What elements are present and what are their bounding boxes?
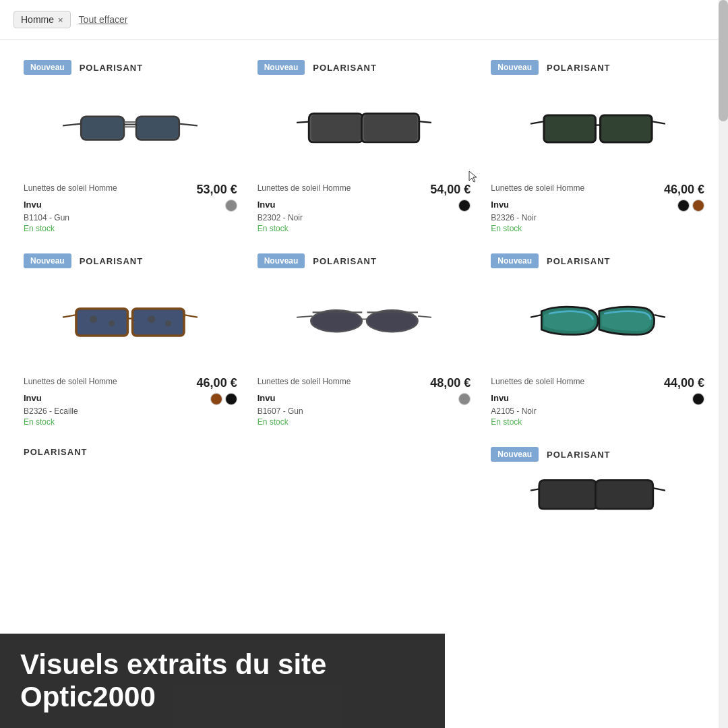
partial-card-1[interactable]: POLARISANT (13, 440, 247, 536)
product-title-4: Lunettes de soleil Homme (24, 376, 117, 388)
svg-point-37 (313, 311, 361, 331)
filter-bar: Homme × Tout effacer (0, 0, 728, 40)
svg-point-29 (165, 320, 171, 326)
card-badges-2: Nouveau POLARISANT (257, 60, 471, 75)
product-card-4[interactable]: Nouveau POLARISANT Lunettes (13, 247, 247, 440)
partial-badges-1: POLARISANT (24, 447, 237, 457)
product-stock-2: En stock (257, 224, 471, 233)
svg-rect-25 (134, 310, 183, 334)
product-image-6 (491, 275, 704, 369)
svg-rect-8 (138, 118, 178, 139)
product-title-1: Lunettes de soleil Homme (24, 183, 117, 194)
product-image-5 (257, 275, 471, 369)
svg-line-39 (530, 315, 541, 317)
product-image-3 (491, 82, 704, 176)
svg-point-28 (148, 315, 156, 323)
product-image-2 (257, 82, 471, 176)
color-swatches-1 (225, 200, 237, 212)
partial-row: POLARISANT Nouveau POLARISANT (0, 440, 728, 536)
product-title-6: Lunettes de soleil Homme (491, 376, 584, 388)
product-ref-6: A2105 - Noir (491, 406, 704, 416)
color-dot-3b[interactable] (692, 200, 704, 212)
partial-image-3 (491, 468, 704, 522)
product-price-2: 54,00 € (430, 183, 471, 197)
filter-remove-icon[interactable]: × (58, 15, 63, 25)
product-stock-6: En stock (491, 417, 704, 427)
product-stock-4: En stock (24, 417, 237, 427)
product-price-3: 46,00 € (664, 183, 704, 197)
svg-rect-7 (82, 118, 123, 139)
badge-polarisant-3: POLARISANT (547, 63, 611, 73)
svg-line-23 (184, 315, 198, 317)
svg-rect-24 (78, 310, 127, 334)
product-price-1: 53,00 € (197, 183, 237, 197)
badge-polarisant-1: POLARISANT (80, 63, 144, 73)
card-info-1: Lunettes de soleil Homme 53,00 € Invu B1… (24, 183, 237, 233)
card-badges-6: Nouveau POLARISANT (491, 253, 704, 268)
scrollbar-thumb[interactable] (719, 0, 728, 121)
card-info-6: Lunettes de soleil Homme 44,00 € Invu A2… (491, 376, 704, 427)
product-title-3: Lunettes de soleil Homme (491, 183, 584, 194)
scrollbar[interactable] (719, 0, 728, 728)
product-brand-1: Invu (24, 200, 42, 210)
card-badges-1: Nouveau POLARISANT (24, 60, 237, 75)
badge-polarisant-5: POLARISANT (313, 256, 377, 266)
partial-image-1 (24, 464, 237, 518)
product-title-2: Lunettes de soleil Homme (257, 183, 351, 194)
product-price-6: 44,00 € (664, 376, 704, 390)
svg-line-11 (419, 121, 431, 123)
partial-card-3[interactable]: Nouveau POLARISANT (481, 440, 715, 536)
filter-tag-homme[interactable]: Homme × (13, 11, 71, 28)
card-info-2: Lunettes de soleil Homme 54,00 € Invu B2… (257, 183, 471, 233)
svg-line-12 (530, 121, 544, 124)
product-card-6[interactable]: Nouveau POLARISANT Lunettes de soleil (481, 247, 715, 440)
color-dot-5[interactable] (458, 393, 471, 405)
product-card-1[interactable]: Nouveau POLARISANT Lunettes de soleil (13, 53, 247, 247)
overlay-banner: Visuels extraits du site Optic2000 (0, 634, 445, 728)
svg-line-41 (654, 315, 665, 317)
product-card-2[interactable]: Nouveau POLARISANT Lunettes de soleil Ho… (247, 53, 481, 247)
color-dot-2[interactable] (458, 200, 471, 212)
partial-card-2 (247, 440, 481, 536)
svg-point-26 (90, 315, 97, 323)
product-stock-3: En stock (491, 224, 704, 233)
color-dot-4a[interactable] (210, 393, 222, 405)
product-brand-3: Invu (491, 200, 509, 210)
badge-nouveau-1: Nouveau (24, 60, 71, 75)
product-ref-3: B2326 - Noir (491, 213, 704, 222)
svg-point-38 (368, 311, 416, 331)
badge-polarisant-4: POLARISANT (80, 256, 144, 266)
color-dot-3a[interactable] (677, 200, 690, 212)
card-badges-3: Nouveau POLARISANT (491, 60, 704, 75)
partial-badges-3: Nouveau POLARISANT (491, 447, 704, 462)
svg-point-27 (109, 320, 115, 326)
badge-nouveau-4: Nouveau (24, 253, 71, 268)
product-ref-2: B2302 - Noir (257, 213, 471, 222)
color-dot-1[interactable] (225, 200, 237, 212)
product-card-3[interactable]: Nouveau POLARISANT Lunettes de soleil Ho… (481, 53, 715, 247)
svg-line-16 (652, 121, 665, 124)
partial-badge-nouveau-3: Nouveau (491, 447, 539, 462)
clear-all-button[interactable]: Tout effacer (79, 14, 128, 25)
product-brand-2: Invu (257, 200, 276, 210)
product-grid: Nouveau POLARISANT Lunettes de soleil (0, 40, 728, 440)
product-image-4 (24, 275, 237, 369)
product-brand-6: Invu (491, 393, 509, 403)
product-price-5: 48,00 € (430, 376, 471, 390)
svg-line-44 (653, 488, 665, 491)
product-ref-1: B1104 - Gun (24, 213, 237, 222)
color-swatches-3 (677, 200, 704, 212)
svg-rect-17 (545, 117, 594, 141)
badge-nouveau-6: Nouveau (491, 253, 539, 268)
card-info-4: Lunettes de soleil Homme 46,00 € Invu B2… (24, 376, 237, 427)
color-swatches-2 (458, 200, 471, 212)
product-title-5: Lunettes de soleil Homme (257, 376, 351, 388)
color-swatches-6 (692, 393, 704, 405)
product-brand-5: Invu (257, 393, 276, 403)
product-ref-4: B2326 - Ecaille (24, 406, 237, 416)
color-dot-6[interactable] (692, 393, 704, 405)
product-card-5[interactable]: Nouveau POLARISANT Lunettes de soleil Ho… (247, 247, 481, 440)
badge-nouveau-5: Nouveau (257, 253, 305, 268)
color-dot-4b[interactable] (225, 393, 237, 405)
partial-polarisant-1: POLARISANT (24, 447, 88, 457)
